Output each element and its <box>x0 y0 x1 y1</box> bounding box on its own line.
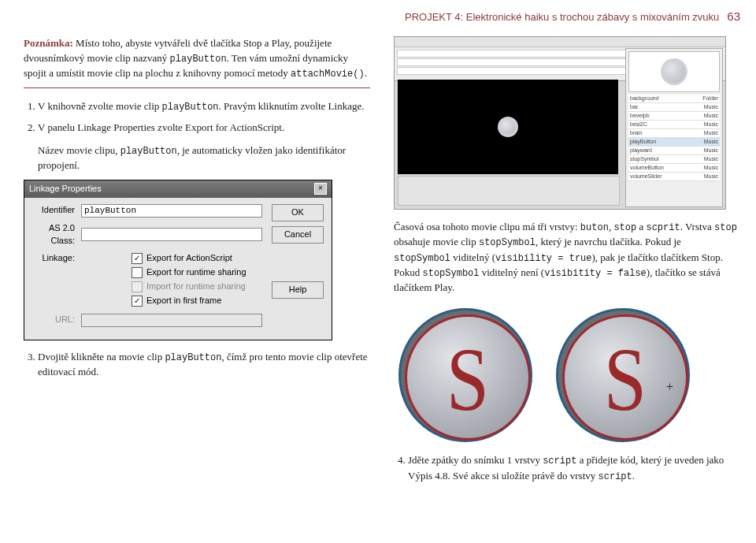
identifier-label: Identifier <box>31 204 75 217</box>
note-text-3: . <box>365 67 367 79</box>
note-code-2: attachMovie() <box>291 69 365 80</box>
flash-stage: S <box>398 80 618 174</box>
playbutton-frame-1: S <box>398 308 532 442</box>
step-2-text: V panelu Linkage Properties zvolte Expor… <box>38 121 284 133</box>
flash-properties-panel <box>398 176 620 206</box>
ok-button[interactable]: OK <box>272 204 324 221</box>
url-label: URL: <box>31 314 75 326</box>
step-3-code: playButton <box>165 352 221 363</box>
right-column: S S backgroundFolder barMusic bevelpbMus… <box>394 36 740 492</box>
flash-toolbar <box>395 37 725 47</box>
linkage-properties-dialog: Linkage Properties × OK Cancel Help Iden… <box>24 180 332 340</box>
chk-export-actionscript[interactable]: ✓Export for ActionScript <box>132 252 246 265</box>
chk-import-runtime: Import for runtime sharing <box>132 281 246 293</box>
step-1-text-a: V knihovně zvolte movie clip <box>38 100 162 112</box>
url-input <box>81 314 262 327</box>
step-1-text-b: . Pravým kliknutím zvolte Linkage. <box>219 100 365 112</box>
list-item: stopSymbolMusic <box>628 155 720 164</box>
playbutton-preview-small: S <box>498 117 518 137</box>
chk-export-first-frame[interactable]: ✓Export in first frame <box>132 295 246 307</box>
step-3-a: Dvojitě klikněte na movie clip <box>38 351 165 363</box>
chk1-label: Export for ActionScript <box>146 252 232 265</box>
flash-screenshot: S S backgroundFolder barMusic bevelpbMus… <box>394 36 726 210</box>
running-header: PROJEKT 4: Elektronické haiku s trochou … <box>24 8 740 25</box>
cancel-button[interactable]: Cancel <box>272 226 324 244</box>
list-item: bevelpbMusic <box>628 112 720 121</box>
right-paragraph: Časová osa tohoto movie clipu má tři vrs… <box>394 220 740 296</box>
library-list: backgroundFolder barMusic bevelpbMusic b… <box>628 95 720 181</box>
dialog-titlebar: Linkage Properties × <box>24 180 332 198</box>
step-1-code: playButton <box>162 102 219 113</box>
chk3-label: Import for runtime sharing <box>146 281 246 293</box>
step-4: Jděte zpátky do snímku 1 vrstvy script a… <box>408 453 740 484</box>
left-column: Poznámka: Místo toho, abyste vytvářeli d… <box>24 36 370 492</box>
library-preview: S <box>628 51 720 92</box>
step-1: V knihovně zvolte movie clip playButton.… <box>38 99 370 114</box>
steps-list-left-2: Dvojitě klikněte na movie clip playButto… <box>24 350 370 380</box>
indent-a: Název movie clipu, <box>38 144 120 156</box>
note-code-1: playButton <box>170 54 227 65</box>
flash-library-panel: S backgroundFolder barMusic bevelpbMusic… <box>625 48 723 207</box>
list-item: playwardMusic <box>628 147 720 155</box>
step-3: Dvojitě klikněte na movie clip playButto… <box>38 350 370 380</box>
step-2-indent: Název movie clipu, playButton, je automa… <box>38 143 370 173</box>
playbutton-frame-2: S + <box>556 308 690 442</box>
chk2-label: Export for runtime sharing <box>146 266 246 279</box>
registration-cross-icon: + <box>666 377 673 396</box>
library-preview-symbol: S <box>661 58 687 85</box>
list-item: volumeButtonMusic <box>628 164 720 173</box>
page-number: 63 <box>727 8 740 25</box>
dialog-title: Linkage Properties <box>29 183 102 195</box>
linkage-label: Linkage: <box>31 252 75 265</box>
help-button[interactable]: Help <box>272 281 324 299</box>
list-item: playButtonMusic <box>628 138 720 147</box>
steps-list-right: Jděte zpátky do snímku 1 vrstvy script a… <box>394 453 740 484</box>
as2class-input[interactable] <box>81 228 262 241</box>
as2class-label: AS 2.0 Class: <box>31 222 75 247</box>
step-2: V panelu Linkage Properties zvolte Expor… <box>38 121 370 136</box>
note-label: Poznámka: <box>24 37 73 49</box>
close-icon[interactable]: × <box>314 183 327 195</box>
steps-list-left: V knihovně zvolte movie clip playButton.… <box>24 99 370 135</box>
list-item: barMusic <box>628 103 720 112</box>
list-item: volumeSliderMusic <box>628 173 720 181</box>
list-item: backgroundFolder <box>628 95 720 103</box>
note-box: Poznámka: Místo toho, abyste vytvářeli d… <box>24 36 370 89</box>
playbutton-frames: S S + <box>398 308 740 442</box>
list-item: brainMusic <box>628 129 720 138</box>
header-title: PROJEKT 4: Elektronické haiku s trochou … <box>405 10 719 25</box>
identifier-input[interactable] <box>81 204 262 218</box>
list-item: besiZCMusic <box>628 121 720 129</box>
indent-code: playButton <box>120 146 177 157</box>
chk4-label: Export in first frame <box>146 295 221 307</box>
chk-export-runtime[interactable]: Export for runtime sharing <box>132 266 246 279</box>
